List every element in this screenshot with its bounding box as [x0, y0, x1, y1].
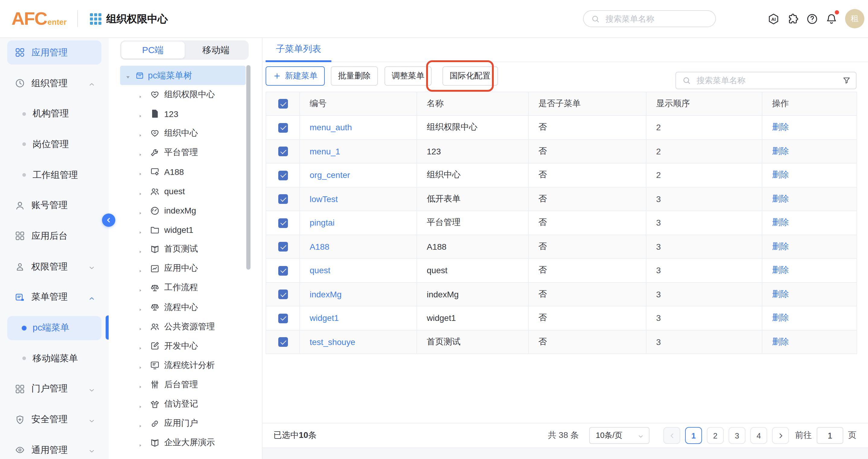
chevron-up-icon[interactable] [88, 294, 95, 301]
table-search-input[interactable] [695, 75, 839, 86]
tree-scrollbar[interactable] [246, 65, 250, 270]
caret-right-icon[interactable] [137, 343, 143, 349]
chevron-down-icon[interactable] [88, 416, 95, 423]
caret-right-icon[interactable] [137, 150, 143, 155]
tree-item-123[interactable]: 123 [108, 104, 262, 123]
sidebar-item-应用管理[interactable]: 应用管理 [7, 41, 101, 65]
page-button-4[interactable]: 4 [750, 427, 767, 444]
delete-link[interactable]: 删除 [772, 313, 789, 322]
next-page-button[interactable] [772, 427, 789, 444]
toolbar-button-批量删除[interactable]: 批量删除 [331, 66, 378, 86]
avatar[interactable]: 租 [845, 9, 864, 28]
sidebar-item-应用后台[interactable]: 应用后台 [7, 224, 101, 248]
tree-item-A188[interactable]: A188 [108, 162, 262, 182]
caret-right-icon[interactable] [137, 382, 143, 388]
sidebar-item-权限管理[interactable]: 权限管理 [7, 255, 101, 278]
tree-root-node[interactable]: pc端菜单树 [120, 66, 246, 85]
sidebar-item-门户管理[interactable]: 门户管理 [7, 377, 101, 401]
page-button-2[interactable]: 2 [707, 427, 724, 444]
tree-item-流程统计分析[interactable]: 流程统计分析 [108, 356, 262, 375]
caret-right-icon[interactable] [137, 401, 143, 407]
caret-right-icon[interactable] [137, 266, 143, 271]
chevron-down-icon[interactable] [88, 447, 95, 454]
code-link[interactable]: pingtai [310, 218, 335, 228]
goto-page-input[interactable] [817, 427, 843, 444]
delete-link[interactable]: 删除 [772, 336, 789, 346]
tree-item-后台管理[interactable]: 后台管理 [108, 375, 262, 394]
delete-link[interactable]: 删除 [772, 265, 789, 275]
delete-link[interactable]: 删除 [772, 146, 789, 156]
global-search[interactable] [583, 10, 716, 27]
sidebar-item-账号管理[interactable]: 账号管理 [7, 194, 101, 218]
sidebar-item-安全管理[interactable]: 安全管理 [7, 407, 101, 432]
caret-down-icon[interactable] [125, 72, 131, 78]
sidebar-item-移动端菜单[interactable]: 移动端菜单 [7, 346, 101, 370]
sidebar-item-组织管理[interactable]: 组织管理 [7, 71, 101, 95]
caret-right-icon[interactable] [137, 189, 143, 194]
page-button-1[interactable]: 1 [685, 427, 702, 444]
sidebar-item-机构管理[interactable]: 机构管理 [7, 102, 101, 126]
ai-button[interactable]: AI [767, 12, 780, 25]
caret-right-icon[interactable] [137, 208, 143, 213]
chevron-up-icon[interactable] [88, 79, 95, 87]
caret-right-icon[interactable] [137, 304, 143, 310]
sidebar-item-菜单管理[interactable]: 菜单管理 [7, 285, 101, 309]
caret-right-icon[interactable] [137, 324, 143, 329]
chevron-down-icon[interactable] [88, 385, 95, 393]
filter-funnel-icon[interactable] [842, 76, 851, 85]
code-link[interactable]: quest [310, 266, 331, 275]
caret-right-icon[interactable] [137, 440, 143, 446]
tree-item-开发中心[interactable]: 开发中心 [108, 336, 262, 356]
toolbar-button-新建菜单[interactable]: 新建菜单 [266, 66, 325, 86]
delete-link[interactable]: 删除 [772, 170, 789, 179]
tree-item-首页测试[interactable]: 首页测试 [108, 240, 262, 259]
tree-item-工作流程[interactable]: 工作流程 [108, 278, 262, 298]
delete-link[interactable]: 删除 [772, 218, 789, 227]
help-button[interactable] [806, 12, 818, 25]
caret-right-icon[interactable] [137, 363, 143, 368]
tree-item-quest[interactable]: quest [108, 182, 262, 201]
code-link[interactable]: test_shouye [310, 337, 355, 347]
caret-right-icon[interactable] [137, 169, 143, 175]
sidebar-item-工作组管理[interactable]: 工作组管理 [7, 163, 101, 187]
select-all-checkbox[interactable] [278, 99, 288, 109]
tree-item-信访登记[interactable]: 信访登记 [108, 394, 262, 414]
code-link[interactable]: indexMg [310, 290, 342, 299]
sidebar-item-岗位管理[interactable]: 岗位管理 [7, 132, 101, 157]
sidebar-collapse-button[interactable] [102, 214, 115, 227]
page-button-3[interactable]: 3 [728, 427, 745, 444]
row-checkbox[interactable] [278, 171, 288, 181]
row-checkbox[interactable] [278, 266, 288, 276]
code-link[interactable]: widget1 [310, 313, 339, 323]
bell-button[interactable] [825, 12, 838, 25]
plugin-button[interactable] [786, 12, 799, 25]
page-size-select[interactable]: 10条/页 [589, 427, 650, 444]
row-checkbox[interactable] [278, 314, 288, 323]
chevron-down-icon[interactable] [88, 263, 95, 270]
delete-link[interactable]: 删除 [772, 122, 789, 132]
tree-item-widget1[interactable]: widget1 [108, 220, 262, 239]
table-search[interactable] [676, 72, 857, 89]
row-checkbox[interactable] [278, 290, 288, 299]
sidebar-item-pc端菜单[interactable]: pc端菜单 [7, 316, 101, 340]
code-link[interactable]: menu_1 [310, 146, 340, 156]
row-checkbox[interactable] [278, 147, 288, 157]
caret-right-icon[interactable] [137, 421, 143, 426]
code-link[interactable]: lowTest [310, 194, 338, 204]
delete-link[interactable]: 删除 [772, 241, 789, 251]
code-link[interactable]: org_center [310, 170, 350, 180]
tree-item-应用中心[interactable]: 应用中心 [108, 259, 262, 278]
delete-link[interactable]: 删除 [772, 289, 789, 299]
tree-item-应用门户[interactable]: 应用门户 [108, 414, 262, 433]
caret-right-icon[interactable] [137, 227, 143, 232]
caret-right-icon[interactable] [137, 130, 143, 136]
caret-right-icon[interactable] [137, 111, 143, 117]
row-checkbox[interactable] [278, 337, 288, 347]
toolbar-button-调整菜单[interactable]: 调整菜单 [384, 66, 432, 86]
platform-tab-PC端[interactable]: PC端 [121, 42, 184, 59]
tree-item-公共资源管理[interactable]: 公共资源管理 [108, 317, 262, 336]
tree-item-流程中心[interactable]: 流程中心 [108, 298, 262, 317]
row-checkbox[interactable] [278, 195, 288, 204]
delete-link[interactable]: 删除 [772, 194, 789, 203]
caret-right-icon[interactable] [137, 285, 143, 291]
